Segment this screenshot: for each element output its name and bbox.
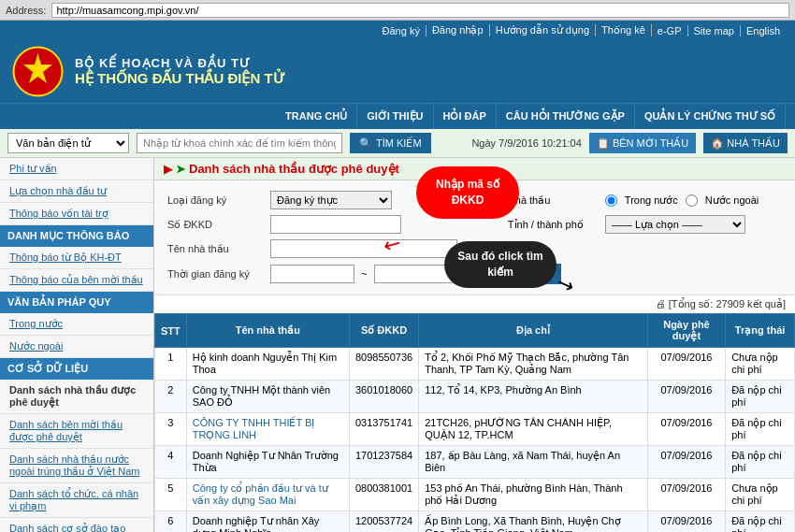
nav-quanly[interactable]: QUẢN LÝ CHỨNG THƯ SỐ bbox=[635, 104, 786, 129]
cell-ten-nha-thau: Doanh nghiệp Tư nhân Xây dựng Minh Nghĩa bbox=[186, 511, 349, 533]
sidebar-item-thong-bao-bo[interactable]: Thông báo từ Bộ KH-ĐT bbox=[0, 247, 153, 269]
green-arrow-icon: ➤ bbox=[176, 163, 185, 176]
doc-type-select[interactable]: Văn bản điện tử bbox=[7, 133, 129, 153]
sidebar-item-ds-ben-moi[interactable]: Danh sách bên mời thầu được phê duyệt bbox=[0, 414, 153, 449]
cell-ngay-phe-duyet: 07/09/2016 bbox=[647, 381, 725, 413]
sidebar-item-thong-bao-von[interactable]: Thông báo vốn tài trợ bbox=[0, 203, 153, 225]
nav-thongke[interactable]: Thống kê bbox=[596, 24, 652, 36]
search-icon: 🔍 bbox=[359, 137, 372, 150]
system-name: HỆ THỐNG ĐẤU THẦU ĐIỆN TỬ bbox=[75, 70, 285, 87]
thoi-gian-label: Thời gian đăng ký bbox=[164, 261, 267, 287]
nav-sitemap[interactable]: Site map bbox=[688, 25, 741, 36]
nav-huongdan[interactable]: Hướng dẫn sử dụng bbox=[490, 24, 596, 36]
ten-nha-thau-label: Tên nhà thầu bbox=[164, 237, 267, 261]
ben-moi-thau-button[interactable]: 📋 BÊN MỜI THẦU bbox=[589, 133, 696, 153]
expand-icon[interactable]: ▶ bbox=[164, 163, 172, 176]
toolbar: Văn bản điện tử 🔍 TÌM KIẾM Ngày 7/9/2016… bbox=[0, 129, 795, 158]
nha-thau-label: Nhà thầu bbox=[489, 188, 601, 212]
cell-stt: 6 bbox=[155, 511, 187, 533]
tim-kiem-button[interactable]: Tìm kiếm bbox=[496, 264, 561, 284]
radio-nuoc-ngoai-label: Nước ngoài bbox=[705, 194, 759, 207]
cell-ngay-phe-duyet: 07/09/2016 bbox=[647, 511, 725, 533]
content-area: ▶ ➤ Danh sách nhà thầu được phê duyệt Lo… bbox=[154, 158, 795, 532]
nha-thau-link[interactable]: Công ty cổ phần đầu tư và tư vấn xây dựn… bbox=[193, 482, 328, 506]
table-row: 6 Doanh nghiệp Tư nhân Xây dựng Minh Ngh… bbox=[155, 511, 795, 533]
col-dia-chi: Địa chỉ bbox=[419, 314, 648, 348]
sidebar-item-trong-nuoc[interactable]: Trong nước bbox=[0, 313, 153, 336]
sidebar-item-lua-chon[interactable]: Lựa chọn nhà đầu tư bbox=[0, 180, 153, 203]
address-label: Address: bbox=[6, 5, 46, 16]
col-ten-nha-thau: Tên nhà thầu bbox=[186, 314, 349, 348]
cell-ten-nha-thau: Hộ kinh doanh Nguyễn Thị Kim Thoa bbox=[186, 348, 349, 381]
ten-nha-thau-input[interactable] bbox=[270, 239, 457, 258]
cell-so-dkkd: 8098550736 bbox=[349, 348, 418, 381]
tinh-label: Tỉnh / thành phố bbox=[489, 212, 601, 237]
browser-bar: Address: bbox=[0, 0, 795, 21]
cell-dia-chi: 112, Tổ 14, KP3, Phường An Bình bbox=[419, 381, 648, 413]
nha-thau-link[interactable]: CÔNG TY TNHH THIẾT BỊ TRỌNG LINH bbox=[193, 417, 315, 440]
nav-dangnhap[interactable]: Đăng nhập bbox=[426, 24, 490, 36]
cell-trang-thai: Đã nộp chi phí bbox=[726, 446, 795, 479]
nav-cauhoi[interactable]: CÂU HỎI THƯỜNG GẶP bbox=[497, 104, 635, 129]
nav-egp[interactable]: e-GP bbox=[652, 25, 688, 36]
cell-ten-nha-thau: Công ty cổ phần đầu tư và tư vấn xây dựn… bbox=[186, 479, 349, 511]
sidebar-item-ds-nuoc-ngoai[interactable]: Danh sách nhà thầu nước ngoài trúng thầu… bbox=[0, 449, 153, 483]
sidebar: Phi tư vấn Lựa chọn nhà đầu tư Thông báo… bbox=[0, 158, 154, 532]
so-dkkd-input[interactable] bbox=[270, 215, 401, 234]
results-header: 🖨 [Tổng số: 27909 kết quả] bbox=[154, 295, 795, 313]
address-input[interactable] bbox=[51, 3, 789, 18]
radio-nuoc-ngoai[interactable] bbox=[686, 194, 698, 207]
nav-english[interactable]: English bbox=[741, 25, 786, 36]
top-nav: Đăng ký Đăng nhập Hướng dẫn sử dụng Thốn… bbox=[0, 21, 795, 40]
cell-dia-chi: 21TCH26, pHƯỜNG TÂN CHÁNH HIỆP, QUẬN 12,… bbox=[419, 413, 648, 446]
nav-dangky[interactable]: Đăng ký bbox=[377, 25, 426, 36]
cell-stt: 4 bbox=[155, 446, 187, 479]
sidebar-item-phi-tu-van[interactable]: Phi tư vấn bbox=[0, 158, 153, 180]
thoi-gian-from-input[interactable] bbox=[270, 265, 354, 283]
cell-trang-thai: Đã nộp chi phí bbox=[726, 511, 795, 533]
date-tilde: ~ bbox=[361, 268, 367, 280]
results-total: Tổng số: 27909 kết quả bbox=[672, 298, 783, 309]
nav-hoidap[interactable]: HỎI ĐÁP bbox=[434, 104, 497, 129]
table-row: 5 Công ty cổ phần đầu tư và tư vấn xây d… bbox=[155, 479, 795, 511]
search-button[interactable]: 🔍 TÌM KIẾM bbox=[350, 133, 431, 153]
datetime-display: Ngày 7/9/2016 10:21:04 bbox=[471, 137, 581, 149]
loai-dang-ky-label: Loại đăng ký bbox=[164, 188, 267, 212]
table-row: 2 Công ty TNHH Một thành viên SAO ĐỎ 360… bbox=[155, 381, 795, 413]
cell-ngay-phe-duyet: 07/09/2016 bbox=[647, 348, 725, 381]
cell-so-dkkd: 1200537724 bbox=[349, 511, 418, 533]
sidebar-item-ds-dao-tao[interactable]: Danh sách cơ sở đào tạo bbox=[0, 518, 153, 532]
col-stt: STT bbox=[155, 314, 187, 348]
print-icon[interactable]: 🖨 bbox=[656, 298, 666, 309]
results-table: STT Tên nhà thầu Số ĐKKD Địa chỉ Ngày ph… bbox=[154, 313, 795, 532]
sidebar-item-ds-vi-pham[interactable]: Danh sách tổ chức, cá nhân vi phạm bbox=[0, 483, 153, 518]
nha-thau-button[interactable]: 🏠 NHÀ THẦU bbox=[703, 133, 788, 153]
cell-so-dkkd: 0313751741 bbox=[349, 413, 418, 446]
so-dkkd-label: Số ĐKKD bbox=[164, 212, 267, 237]
nav-trangchu[interactable]: TRANG CHỦ bbox=[276, 104, 357, 129]
cell-so-dkkd: 1701237584 bbox=[349, 446, 418, 479]
cell-trang-thai: Chưa nộp chi phí bbox=[726, 479, 795, 511]
cell-stt: 5 bbox=[155, 479, 187, 511]
page-title-bar: ▶ ➤ Danh sách nhà thầu được phê duyệt bbox=[154, 158, 795, 180]
loai-dang-ky-select[interactable]: Đăng ký thực bbox=[270, 191, 392, 209]
table-row: 3 CÔNG TY TNHH THIẾT BỊ TRỌNG LINH 03137… bbox=[155, 413, 795, 446]
nav-gioithieu[interactable]: GIỚI THIỆU bbox=[357, 104, 433, 129]
cell-stt: 1 bbox=[155, 348, 187, 381]
cell-so-dkkd: 0800381001 bbox=[349, 479, 418, 511]
sidebar-cat-thong-bao: DANH MỤC THÔNG BÁO bbox=[0, 225, 153, 247]
cell-stt: 2 bbox=[155, 381, 187, 413]
calendar-icon-from[interactable]: 📅 bbox=[465, 268, 478, 280]
sidebar-cat-co-so: CƠ SỞ DỮ LIỆU bbox=[0, 358, 153, 380]
thoi-gian-to-input[interactable] bbox=[374, 265, 458, 283]
radio-trong-nuoc[interactable] bbox=[605, 194, 617, 207]
header: BỘ KẾ HOẠCH VÀ ĐẦU TƯ HỆ THỐNG ĐẤU THẦU … bbox=[0, 40, 795, 103]
header-text: BỘ KẾ HOẠCH VÀ ĐẦU TƯ HỆ THỐNG ĐẤU THẦU … bbox=[75, 56, 285, 87]
sidebar-item-thong-bao-ben-moi[interactable]: Thông báo của bên mời thầu bbox=[0, 269, 153, 292]
radio-trong-nuoc-label: Trong nước bbox=[625, 194, 678, 207]
sidebar-item-ds-nha-thau[interactable]: Danh sách nhà thầu được phê duyệt bbox=[0, 380, 153, 414]
search-input[interactable] bbox=[137, 133, 342, 153]
sidebar-item-nuoc-ngoai[interactable]: Nước ngoài bbox=[0, 336, 153, 358]
cell-stt: 3 bbox=[155, 413, 187, 446]
tinh-select[interactable]: —— Lựa chọn —— bbox=[605, 215, 745, 234]
